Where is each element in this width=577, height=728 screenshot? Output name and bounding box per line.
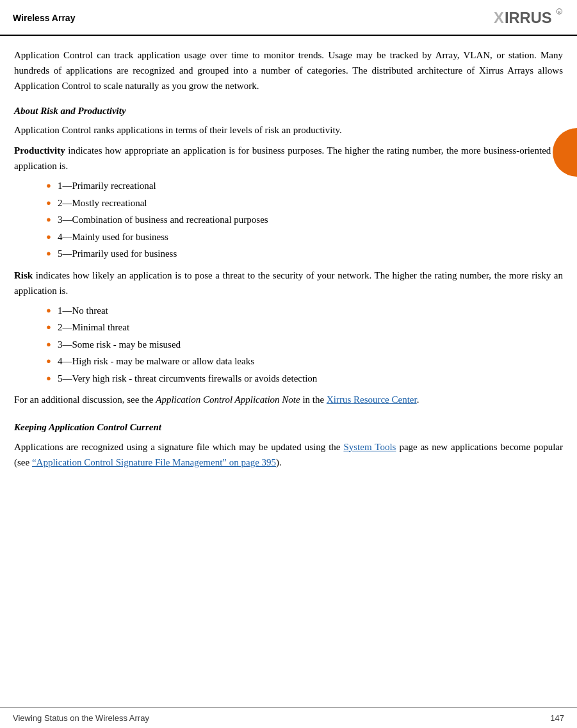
svg-text:X: X xyxy=(494,10,504,26)
svg-text:IRRUS: IRRUS xyxy=(505,10,552,26)
intro-paragraph: Application Control can track applicatio… xyxy=(14,47,563,93)
list-item: 5—Very high risk - threat circumvents fi… xyxy=(46,371,563,386)
page-footer: Viewing Status on the Wireless Array 147 xyxy=(0,708,577,728)
discussion-italic-ref: Application Control Application Note xyxy=(156,394,300,405)
system-tools-link[interactable]: System Tools xyxy=(343,442,396,452)
discussion-text-after: . xyxy=(417,394,419,405)
risk-bold: Risk xyxy=(14,270,33,280)
section-risk-paragraph: Application Control ranks applications i… xyxy=(14,122,563,138)
productivity-intro: Productivity indicates how appropriate a… xyxy=(14,143,563,174)
footer-left: Viewing Status on the Wireless Array xyxy=(13,713,149,723)
productivity-rest: indicates how appropriate an application… xyxy=(14,145,563,171)
keeping-text-before: Applications are recognized using a sign… xyxy=(14,442,343,452)
productivity-list: 1—Primarily recreational 2—Mostly recrea… xyxy=(46,179,563,261)
list-item: 2—Minimal threat xyxy=(46,320,563,335)
keeping-paragraph: Applications are recognized using a sign… xyxy=(14,439,563,470)
svg-text:R: R xyxy=(558,10,560,14)
productivity-bold: Productivity xyxy=(14,145,65,156)
risk-list: 1—No threat 2—Minimal threat 3—Some risk… xyxy=(46,303,563,386)
xirrus-resource-center-link[interactable]: Xirrus Resource Center xyxy=(327,394,417,405)
signature-file-link[interactable]: “Application Control Signature File Mana… xyxy=(32,457,276,467)
discussion-paragraph: For an additional discussion, see the Ap… xyxy=(14,392,563,407)
list-item: 1—No threat xyxy=(46,303,563,318)
page-header: Wireless Array X IRRUS R xyxy=(0,0,577,36)
list-item: 4—High risk - may be malware or allow da… xyxy=(46,354,563,369)
list-item: 1—Primarily recreational xyxy=(46,179,563,193)
list-item: 3—Combination of business and recreation… xyxy=(46,213,563,227)
list-item: 3—Some risk - may be misused xyxy=(46,337,563,352)
list-item: 4—Mainly used for business xyxy=(46,230,563,245)
footer-right: 147 xyxy=(550,713,564,723)
list-item: 2—Mostly recreational xyxy=(46,196,563,211)
xirrus-logo: X IRRUS R xyxy=(494,6,564,29)
risk-intro: Risk indicates how likely an application… xyxy=(14,268,563,298)
section-risk-title: About Risk and Productivity xyxy=(14,104,563,118)
discussion-text-middle: in the xyxy=(300,394,327,405)
header-title: Wireless Array xyxy=(13,13,75,23)
risk-rest: indicates how likely an application is t… xyxy=(14,270,563,296)
keeping-title: Keeping Application Control Current xyxy=(14,420,563,435)
list-item: 5—Primarily used for business xyxy=(46,247,563,261)
keeping-text-after: ). xyxy=(276,457,282,467)
main-content: Application Control can track applicatio… xyxy=(0,36,577,487)
discussion-text-before: For an additional discussion, see the xyxy=(14,394,156,405)
